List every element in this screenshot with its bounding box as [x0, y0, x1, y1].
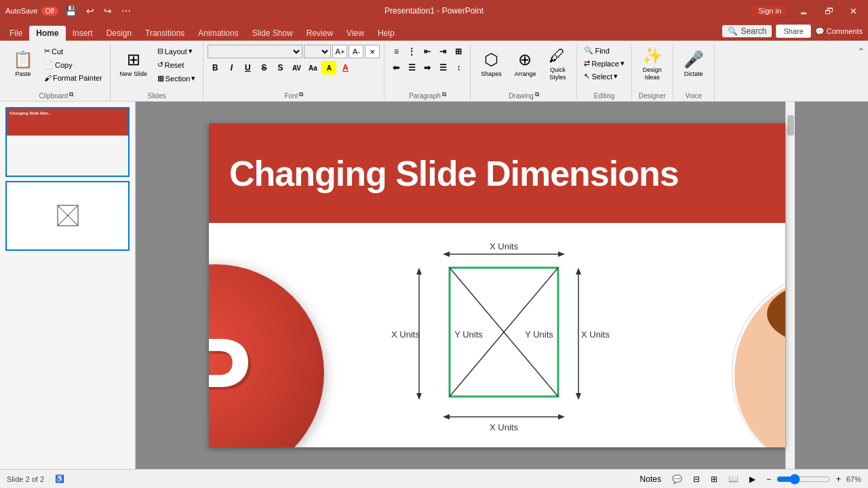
numbered-list-button[interactable]: ⋮ — [404, 45, 419, 58]
change-case-button[interactable]: Aa — [305, 61, 320, 75]
normal-view-button[interactable]: ⊟ — [690, 473, 703, 485]
tab-insert[interactable]: Insert — [66, 26, 100, 41]
slide-sorter-button[interactable]: ⊞ — [708, 473, 720, 485]
tab-design[interactable]: Design — [100, 26, 138, 41]
italic-button[interactable]: I — [224, 61, 239, 75]
find-button[interactable]: 🔍 Find — [581, 45, 612, 56]
editing-label-row: Editing — [581, 89, 627, 100]
undo-button[interactable]: ↩ — [83, 4, 98, 18]
title-bar-title: Presentation1 - PowerPoint — [384, 6, 484, 16]
collapse-ribbon-button[interactable]: ⌃ — [857, 46, 865, 57]
save-button[interactable]: 💾 — [62, 4, 80, 18]
font-expand-icon[interactable]: ⧉ — [299, 91, 303, 98]
y-units-left-label: Y Units — [454, 329, 483, 340]
line-spacing-button[interactable]: ↕ — [451, 61, 466, 75]
scrollbar-thumb[interactable] — [787, 115, 794, 136]
share-button[interactable]: Share — [776, 24, 810, 38]
font-family-select[interactable] — [208, 45, 302, 58]
tab-view[interactable]: View — [340, 26, 371, 41]
char-spacing-button[interactable]: AV — [289, 61, 304, 75]
ribbon-group-slides: ⊞ New Slide ⊟ Layout ▾ ↺ Reset ▦ Section… — [111, 43, 204, 101]
bold-button[interactable]: B — [208, 61, 222, 75]
align-right-button[interactable]: ➡ — [420, 61, 435, 75]
highlight-button[interactable]: A — [321, 61, 336, 75]
format-painter-button[interactable]: 🖌 Format Painter — [41, 72, 106, 84]
customize-btn[interactable]: ⋯ — [118, 4, 134, 18]
select-button[interactable]: ↖ Select ▾ — [581, 70, 620, 82]
para-expand-icon[interactable]: ⧉ — [442, 91, 446, 98]
font-row-2: B I U S S AV Aa A A — [208, 61, 353, 75]
quick-styles-label: Quick Styles — [543, 66, 572, 81]
slide-thumb-2[interactable] — [5, 181, 130, 251]
zoom-in-button[interactable]: + — [833, 473, 844, 485]
close-button[interactable]: ✕ — [844, 5, 863, 18]
ppt-p-letter: P — [209, 322, 252, 430]
layout-button[interactable]: ⊟ Layout ▾ — [154, 45, 199, 58]
slideshow-from-current-button[interactable]: ▶ — [747, 473, 758, 485]
drawing-expand-icon[interactable]: ⧉ — [535, 91, 539, 98]
tab-help[interactable]: Help — [371, 26, 401, 41]
copy-button[interactable]: 📄 Copy — [41, 58, 106, 71]
tab-home[interactable]: Home — [29, 26, 65, 41]
font-increase-button[interactable]: A+ — [332, 45, 347, 58]
justify-button[interactable]: ☰ — [435, 61, 450, 75]
align-center-button[interactable]: ☰ — [404, 61, 419, 75]
paste-button[interactable]: 📋 Paste — [7, 45, 39, 83]
replace-button[interactable]: ⇄ Replace ▾ — [581, 58, 627, 69]
quick-styles-button[interactable]: 🖊 Quick Styles — [542, 45, 572, 83]
paragraph-label-row: Paragraph ⧉ — [389, 89, 466, 100]
restore-button[interactable]: 🗗 — [819, 5, 839, 18]
tab-transitions[interactable]: Transitions — [138, 26, 191, 41]
font-decrease-button[interactable]: A- — [349, 45, 363, 58]
zoom-slider[interactable] — [776, 474, 831, 485]
dictate-button[interactable]: 🎤 Dictate — [677, 45, 710, 83]
signin-button[interactable]: Sign in — [751, 4, 789, 18]
designer-group-label: Designer — [639, 91, 666, 100]
arrow-left-icon — [443, 251, 450, 257]
underline-button[interactable]: U — [240, 61, 255, 75]
align-left-button[interactable]: ⬅ — [389, 61, 403, 75]
design-ideas-button[interactable]: ✨ Design Ideas — [636, 45, 669, 83]
bullet-list-button[interactable]: ≡ — [389, 45, 403, 58]
comments-button[interactable]: 💬 Comments — [815, 27, 863, 36]
clear-format-button[interactable]: ✕ — [365, 45, 380, 58]
comments-status-button[interactable]: 💬 — [669, 473, 685, 485]
minimize-button[interactable]: 🗕 — [794, 5, 814, 18]
arrange-button[interactable]: ⊕ Arrange — [509, 45, 541, 83]
tab-animations[interactable]: Animations — [191, 26, 245, 41]
section-button[interactable]: ▦ Section ▾ — [154, 72, 199, 85]
columns-button[interactable]: ⊞ — [451, 45, 466, 58]
cut-button[interactable]: ✂ Cut — [41, 45, 106, 58]
slides-col: ⊟ Layout ▾ ↺ Reset ▦ Section ▾ — [154, 45, 199, 85]
tab-file[interactable]: File — [3, 26, 29, 41]
accessibility-button[interactable]: ♿ — [55, 474, 64, 483]
shapes-button[interactable]: ⬡ Shapes — [475, 45, 507, 83]
slide-thumb-1[interactable]: Changing Slide Dim... — [5, 107, 130, 177]
search-label[interactable]: Search — [741, 26, 766, 36]
find-icon: 🔍 — [584, 46, 593, 55]
reset-icon: ↺ — [157, 60, 163, 69]
x-units-left-label: X Units — [391, 329, 420, 340]
autosave-toggle[interactable]: Off — [41, 6, 59, 16]
redo-button[interactable]: ↪ — [100, 4, 115, 18]
strikethrough-button[interactable]: S — [256, 61, 271, 75]
vertical-scrollbar[interactable] — [785, 102, 795, 469]
font-size-select[interactable] — [304, 45, 331, 58]
increase-indent-button[interactable]: ⇥ — [435, 45, 450, 58]
drawing-content: ⬡ Shapes ⊕ Arrange 🖊 Quick Styles — [475, 45, 572, 89]
arrow-right-icon — [558, 251, 565, 257]
x-units-right-label: X Units — [581, 329, 610, 340]
zoom-out-button[interactable]: − — [764, 473, 774, 485]
clipboard-expand-icon[interactable]: ⧉ — [69, 91, 73, 98]
shadow-button[interactable]: S — [273, 61, 288, 75]
font-color-button[interactable]: A — [338, 61, 353, 75]
tab-slideshow[interactable]: Slide Show — [245, 26, 300, 41]
reset-button[interactable]: ↺ Reset — [154, 58, 199, 71]
cartoon-svg — [733, 273, 785, 447]
new-slide-button[interactable]: ⊞ New Slide — [115, 45, 153, 83]
decrease-indent-button[interactable]: ⇤ — [420, 45, 435, 58]
designer-label-row: Designer — [636, 89, 669, 100]
notes-button[interactable]: Notes — [637, 473, 664, 485]
tab-review[interactable]: Review — [300, 26, 340, 41]
reading-view-button[interactable]: 📖 — [726, 473, 741, 485]
